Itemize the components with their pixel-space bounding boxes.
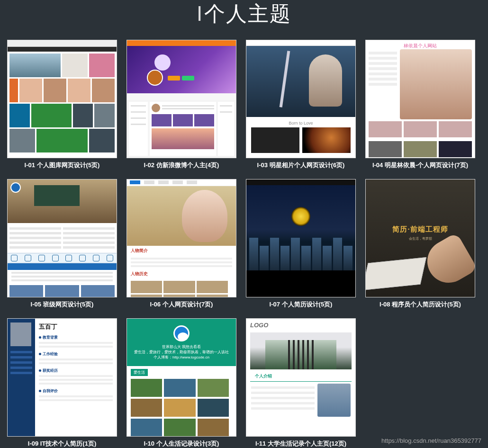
caption: I-02 仿新浪微博个人主(4页): [127, 158, 236, 170]
card-i07[interactable]: I-07 个人简历设计(5页): [246, 179, 356, 309]
caption: I-09 IT技术个人简历(1页): [7, 437, 117, 448]
thumb: Born to Love: [246, 40, 356, 158]
card-i02[interactable]: I-02 仿新浪微博个人主(4页): [127, 40, 236, 170]
slogan: 个人博客：http://www.logcode.cn: [127, 355, 236, 360]
resume-name: 五百丁: [39, 323, 113, 331]
card-i01[interactable]: I-01 个人图库网页设计(5页): [7, 40, 117, 170]
thumb: 林依晨个人网站: [365, 40, 475, 158]
watermark: https://blog.csdn.net/ruan365392777: [381, 437, 481, 444]
card-i08[interactable]: 简历·前端工程师 会生活，有梦想 I-08 程序员个人简历设计(5页): [365, 179, 475, 309]
thumb: 五百丁 教育背景 工作经验 获奖经历 自我评价: [7, 318, 117, 437]
section-label: 人物历史: [127, 269, 236, 279]
thumb: 世界那么大 我想去看看 爱生活，爱旅行，爱技术，勤奋而执着，靠谱的一人该社 个人…: [127, 318, 236, 437]
blog-title: 林依晨个人网站: [366, 40, 475, 49]
card-i04[interactable]: 林依晨个人网站 I-04 明星林依晨-个人网页设计(7页): [365, 40, 475, 170]
caption: I-05 班级网页设计(5页): [7, 297, 117, 309]
caption: I-01 个人图库网页设计(5页): [7, 158, 117, 170]
page-title: I个人主题: [0, 0, 488, 40]
doraemon-icon: [173, 325, 190, 341]
section: 自我评价: [43, 389, 58, 393]
caption: I-07 个人简历设计(5页): [246, 297, 356, 309]
slogan: 爱生活，爱旅行，爱技术，勤奋而执着，靠谱的一人该社: [127, 349, 236, 355]
card-i03[interactable]: Born to Love I-03 明星相片个人网页设计(6页): [246, 40, 356, 170]
caption: I-03 明星相片个人网页设计(6页): [246, 158, 356, 170]
card-i10[interactable]: 世界那么大 我想去看看 爱生活，爱旅行，爱技术，勤奋而执着，靠谱的一人该社 个人…: [127, 318, 236, 448]
resume-title: 简历·前端工程师: [366, 225, 475, 234]
title-prefix: I: [197, 2, 203, 25]
thumb: LOGO 个人介绍: [246, 318, 356, 437]
section-heading: 个人介绍: [250, 371, 352, 382]
thumb: 人物简介 人物历史: [127, 179, 236, 297]
hero-sub: Born to Love: [246, 117, 355, 127]
thumb: [7, 179, 117, 297]
card-i09[interactable]: 五百丁 教育背景 工作经验 获奖经历 自我评价 I-09 IT技术个人简历(1页…: [7, 318, 117, 448]
caption: I-06 个人网页设计(7页): [127, 297, 236, 309]
section: 工作经验: [43, 352, 58, 356]
logo-text: LOGO: [246, 319, 355, 332]
section-label: 人物简介: [127, 246, 236, 256]
thumb: [7, 40, 117, 158]
card-i11[interactable]: LOGO 个人介绍 I-11 大学生活记录个人主页(12页): [246, 318, 356, 448]
thumb: [246, 179, 356, 297]
tag: 爱生活: [131, 369, 148, 376]
template-grid: I-01 个人图库网页设计(5页) I-02 仿新浪微博个人主(4页): [0, 40, 488, 448]
caption: I-08 程序员个人简历设计(5页): [365, 297, 475, 309]
caption: I-04 明星林依晨-个人网页设计(7页): [365, 158, 475, 170]
slogan: 世界那么大 我想去看看: [127, 344, 236, 349]
caption: I-10 个人生活记录设计(3页): [127, 437, 236, 448]
card-i05[interactable]: I-05 班级网页设计(5页): [7, 179, 117, 309]
card-i06[interactable]: 人物简介 人物历史 I-06 个人网页设计(7页): [127, 179, 236, 309]
thumb: 简历·前端工程师 会生活，有梦想: [365, 179, 475, 297]
caption: I-11 大学生活记录个人主页(12页): [246, 437, 356, 448]
section: 获奖经历: [43, 368, 58, 373]
section: 教育背景: [43, 335, 58, 340]
thumb: [127, 40, 236, 158]
title-text: 个人主题: [204, 2, 291, 25]
